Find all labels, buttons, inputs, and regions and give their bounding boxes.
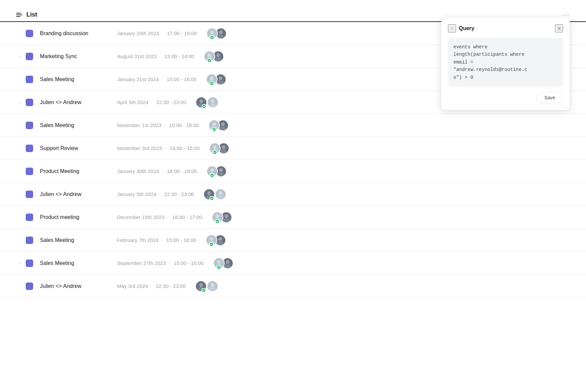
expand-button[interactable]: › [16, 99, 23, 106]
separator: · [168, 260, 170, 267]
event-time: 16:00 - 17:00 [172, 214, 202, 220]
separator: · [164, 145, 166, 152]
svg-point-23 [209, 103, 216, 108]
event-time: 18:00 - 19:00 [167, 168, 197, 174]
event-date: August 31st 2023 [117, 53, 157, 59]
avatars [206, 166, 227, 177]
header-left: List [16, 11, 37, 18]
svg-point-46 [219, 191, 223, 195]
page: List ··· Branding discussion January 29t… [0, 0, 586, 392]
avatar-wrap-1 [206, 235, 215, 246]
event-color-dot [26, 168, 33, 175]
table-row[interactable]: › Sales Meeting September 27th 2023 · 15… [0, 252, 586, 275]
table-row[interactable]: Sales Meeting November 1st 2023 · 15:00 … [0, 114, 586, 137]
event-date: September 27th 2023 [117, 260, 166, 266]
event-time: 15:00 - 16:00 [166, 76, 196, 82]
event-time: 22:30 - 23:00 [156, 283, 186, 289]
avatar-wrap-1 [208, 120, 217, 131]
table-row[interactable]: Product Meeting January 30th 2024 · 18:0… [0, 160, 586, 183]
avatar-wrap-1 [209, 143, 218, 154]
svg-point-1 [210, 30, 214, 34]
svg-point-61 [217, 260, 221, 264]
svg-point-37 [210, 168, 214, 172]
svg-point-31 [213, 145, 217, 149]
avatar-wrap-1 [206, 28, 215, 39]
svg-point-65 [224, 264, 231, 269]
avatars [206, 74, 226, 85]
page-title: List [26, 11, 37, 18]
separator: · [161, 30, 163, 37]
table-row[interactable]: Product meeting December 15th 2023 · 16:… [0, 206, 586, 229]
svg-point-22 [211, 99, 215, 103]
table-row[interactable]: Julien <> Andrew January 5th 2024 · 22:3… [0, 183, 586, 206]
svg-point-28 [221, 122, 225, 126]
separator: · [158, 191, 160, 198]
event-time: 13:00 - 14:00 [164, 53, 194, 59]
query-code[interactable]: events where length(participants where e… [448, 38, 563, 87]
event-name: Branding discussion [40, 30, 108, 36]
event-date: January 31st 2024 [117, 76, 159, 82]
svg-point-11 [215, 57, 221, 62]
event-date: February 7th 2024 [117, 237, 159, 243]
event-name: Julien <> Andrew [40, 191, 108, 197]
event-date: November 3rd 2023 [117, 145, 162, 151]
avatars [206, 235, 226, 246]
check-badge [209, 242, 214, 247]
avatar-wrap-1 [206, 166, 215, 177]
query-close-button[interactable]: ✕ [555, 24, 563, 32]
event-time: 14:00 - 15:00 [170, 145, 200, 151]
event-color-dot [26, 30, 33, 37]
query-panel-title: Query [459, 25, 474, 31]
query-header-left: ‹ Query [448, 24, 474, 32]
svg-point-19 [200, 99, 203, 103]
avatar-wrap-1 [206, 74, 215, 85]
avatar-wrap-1 [212, 212, 221, 223]
save-button[interactable]: Save [537, 92, 563, 103]
separator: · [150, 283, 152, 290]
event-name: Product Meeting [40, 168, 108, 174]
event-color-dot [26, 191, 33, 198]
svg-point-5 [218, 34, 224, 39]
avatar-wrap-1 [196, 97, 207, 108]
event-color-dot [26, 260, 33, 267]
event-date: November 1st 2023 [117, 122, 161, 128]
avatar-wrap-1 [213, 258, 222, 269]
event-date: April 5th 2024 [117, 99, 149, 105]
event-date: December 15th 2023 [117, 214, 164, 220]
event-time: 15:00 - 16:00 [174, 260, 203, 266]
avatar-2 [207, 280, 218, 292]
event-name: Julien <> Andrew [40, 99, 108, 105]
separator: · [161, 168, 163, 175]
event-name: Marketing Sync [40, 53, 108, 59]
expand-button[interactable]: › [16, 260, 23, 267]
check-badge [215, 219, 220, 224]
avatars [208, 120, 229, 131]
separator: · [151, 99, 152, 106]
check-badge [207, 58, 212, 63]
event-color-dot [26, 76, 33, 83]
avatars [195, 280, 216, 292]
event-time: 22:30 - 23:00 [156, 99, 186, 105]
avatar-wrap-1 [204, 51, 212, 62]
event-name: Product meeting [40, 214, 108, 220]
separator: · [166, 214, 168, 221]
table-row[interactable]: Sales Meeting February 7th 2024 · 15:00 … [0, 229, 586, 252]
table-row[interactable]: Julien <> Andrew May 3rd 2024 · 22:30 - … [0, 275, 586, 298]
event-color-dot [26, 283, 33, 290]
separator: · [163, 122, 165, 129]
expand-button[interactable]: › [16, 53, 23, 60]
check-badge [209, 196, 214, 201]
table-row[interactable]: Support Review November 3rd 2023 · 14:00… [0, 137, 586, 160]
svg-point-34 [222, 145, 226, 149]
event-date: May 3rd 2024 [117, 283, 148, 289]
svg-point-7 [208, 53, 211, 57]
check-badge [210, 173, 215, 178]
query-back-button[interactable]: ‹ [448, 24, 456, 32]
check-badge [202, 104, 206, 109]
event-time: 17:00 - 19:00 [167, 30, 197, 36]
svg-point-52 [224, 214, 228, 218]
separator: · [161, 237, 162, 244]
svg-point-10 [217, 53, 220, 57]
avatars [212, 212, 232, 223]
check-badge [212, 150, 217, 155]
